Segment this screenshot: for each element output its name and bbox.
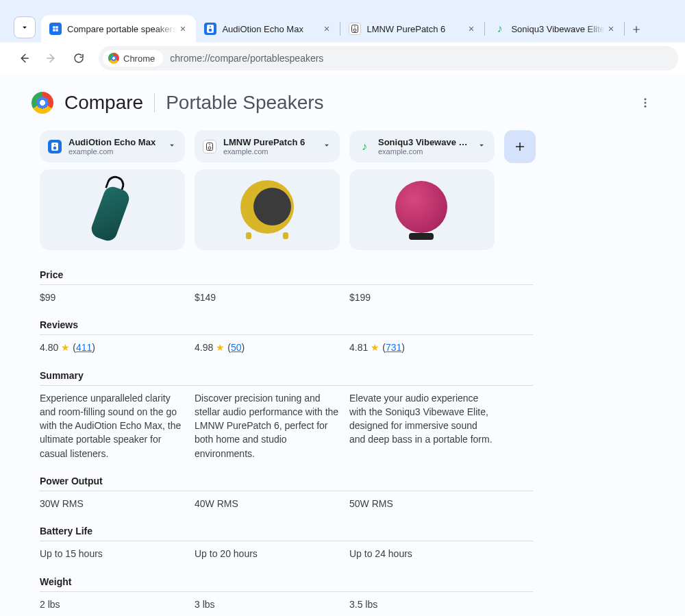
review-value: 4.81 ★ (731) bbox=[349, 341, 495, 354]
more-options-button[interactable] bbox=[633, 90, 658, 115]
chevron-down-icon bbox=[167, 140, 177, 150]
weight-value: 2 lbs bbox=[40, 597, 185, 611]
tab-compare[interactable]: Compare portable speakers bbox=[41, 15, 196, 42]
chevron-down-icon bbox=[322, 140, 332, 150]
power-value: 40W RMS bbox=[195, 497, 340, 510]
product-image bbox=[40, 169, 185, 250]
svg-point-10 bbox=[53, 146, 57, 149]
review-value: 4.98 ★ (50) bbox=[195, 341, 340, 354]
tab-close-button[interactable] bbox=[321, 23, 333, 35]
address-bar[interactable]: Chrome chrome://compare/portablespeakers bbox=[99, 46, 678, 71]
tab-product-3[interactable]: ♪ Soniqu3 Vibewave Elite bbox=[485, 15, 623, 42]
price-value: $149 bbox=[195, 291, 340, 304]
tab-title: AudiOtion Echo Max bbox=[222, 24, 321, 34]
speaker-icon bbox=[48, 140, 62, 153]
chevron-down-icon bbox=[477, 140, 486, 150]
rating: 4.81 bbox=[349, 341, 368, 354]
new-tab-button[interactable] bbox=[626, 19, 647, 40]
reload-icon bbox=[73, 52, 85, 64]
svg-point-6 bbox=[645, 98, 647, 100]
close-icon bbox=[323, 25, 330, 32]
svg-point-11 bbox=[54, 144, 55, 145]
tab-close-button[interactable] bbox=[605, 23, 617, 35]
star-icon: ★ bbox=[371, 341, 379, 354]
rating: 4.98 bbox=[195, 341, 213, 354]
review-value: 4.80 ★ (411) bbox=[40, 341, 185, 354]
page-subtitle: Portable Speakers bbox=[166, 92, 323, 114]
battery-value: Up to 15 hours bbox=[40, 547, 185, 560]
product-card-3: ♪ Soniqu3 Vibewave Elite example.com bbox=[349, 130, 495, 250]
section-reviews: Reviews 4.80 ★ (411) 4.98 ★ (50) 4.81 ★ … bbox=[40, 319, 658, 354]
tab-product-2[interactable]: LMNW PurePatch 6 bbox=[340, 15, 484, 42]
forward-button[interactable] bbox=[40, 47, 63, 70]
tab-close-button[interactable] bbox=[177, 23, 189, 35]
chrome-icon bbox=[108, 53, 119, 64]
summary-text: Experience unparalleled clarity and room… bbox=[40, 391, 185, 460]
add-product-button[interactable] bbox=[504, 130, 536, 163]
product-menu-button[interactable] bbox=[477, 140, 486, 153]
svg-point-5 bbox=[355, 26, 356, 27]
svg-point-13 bbox=[208, 147, 211, 149]
reload-button[interactable] bbox=[67, 47, 90, 70]
page-header: Compare Portable Speakers bbox=[0, 90, 685, 130]
more-vert-icon bbox=[639, 97, 651, 109]
section-label: Summary bbox=[40, 370, 533, 386]
tab-product-1[interactable]: AudiOtion Echo Max bbox=[196, 15, 340, 42]
review-count-link[interactable]: 50 bbox=[231, 342, 242, 353]
header-separator bbox=[154, 93, 155, 112]
summary-text: Discover precision tuning and stellar au… bbox=[195, 391, 340, 460]
weight-value: 3.5 lbs bbox=[349, 597, 495, 611]
section-power: Power Output 30W RMS 40W RMS 50W RMS bbox=[40, 476, 658, 510]
power-value: 50W RMS bbox=[349, 497, 495, 510]
close-icon bbox=[608, 25, 614, 32]
back-button[interactable] bbox=[12, 47, 36, 70]
svg-point-1 bbox=[209, 29, 212, 32]
review-count-link[interactable]: 731 bbox=[386, 342, 401, 353]
plus-icon bbox=[632, 25, 641, 34]
review-count-link[interactable]: 411 bbox=[76, 342, 92, 353]
tab-close-button[interactable] bbox=[465, 23, 477, 35]
weight-value: 3 lbs bbox=[195, 597, 340, 611]
svg-point-14 bbox=[209, 144, 210, 145]
tab-title: LMNW PurePatch 6 bbox=[366, 24, 465, 34]
music-note-icon: ♪ bbox=[358, 140, 371, 153]
section-weight: Weight 2 lbs 3 lbs 3.5 lbs bbox=[40, 576, 658, 611]
battery-value: Up to 20 hours bbox=[195, 547, 340, 560]
product-card-header[interactable]: LMNW PurePatch 6 example.com bbox=[195, 130, 340, 162]
rating: 4.80 bbox=[40, 341, 58, 354]
product-card-header[interactable]: AudiOtion Echo Max example.com bbox=[40, 130, 185, 162]
comparison-table: Price $99 $149 $199 Reviews 4.80 ★ (411)… bbox=[0, 256, 685, 616]
product-image bbox=[349, 169, 495, 250]
chip-label: Chrome bbox=[123, 53, 155, 64]
omnibox-chip[interactable]: Chrome bbox=[103, 50, 163, 66]
section-label: Power Output bbox=[40, 476, 533, 491]
tab-search-button[interactable] bbox=[14, 16, 36, 38]
section-label: Weight bbox=[40, 576, 533, 592]
svg-point-8 bbox=[645, 106, 647, 108]
power-value: 30W RMS bbox=[40, 497, 185, 510]
page-title: Compare bbox=[64, 92, 143, 114]
svg-point-2 bbox=[210, 26, 211, 27]
product-menu-button[interactable] bbox=[322, 140, 332, 153]
speaker-icon bbox=[204, 23, 216, 35]
product-domain: example.com bbox=[223, 147, 315, 156]
product-name: AudiOtion Echo Max bbox=[68, 137, 160, 147]
section-price: Price $99 $149 $199 bbox=[40, 269, 658, 304]
summary-text: Elevate your audio experience with the S… bbox=[349, 391, 495, 460]
page-content: Compare Portable Speakers AudiOtion Echo… bbox=[0, 74, 685, 616]
product-domain: example.com bbox=[378, 147, 470, 156]
product-card-row: AudiOtion Echo Max example.com LMNW Pure… bbox=[0, 130, 685, 250]
star-icon: ★ bbox=[61, 341, 70, 354]
price-value: $199 bbox=[349, 291, 495, 304]
svg-point-7 bbox=[645, 102, 647, 104]
browser-toolbar: Chrome chrome://compare/portablespeakers bbox=[0, 42, 685, 74]
section-label: Price bbox=[40, 269, 533, 285]
product-card-header[interactable]: ♪ Soniqu3 Vibewave Elite example.com bbox=[349, 130, 495, 162]
product-card-2: LMNW PurePatch 6 example.com bbox=[195, 130, 340, 250]
product-menu-button[interactable] bbox=[167, 140, 177, 153]
tab-title: Soniqu3 Vibewave Elite bbox=[511, 24, 604, 34]
tab-separator bbox=[624, 22, 625, 36]
arrow-left-icon bbox=[18, 52, 30, 64]
compare-icon bbox=[49, 23, 62, 35]
browser-tabstrip: Compare portable speakers AudiOtion Echo… bbox=[0, 0, 685, 42]
